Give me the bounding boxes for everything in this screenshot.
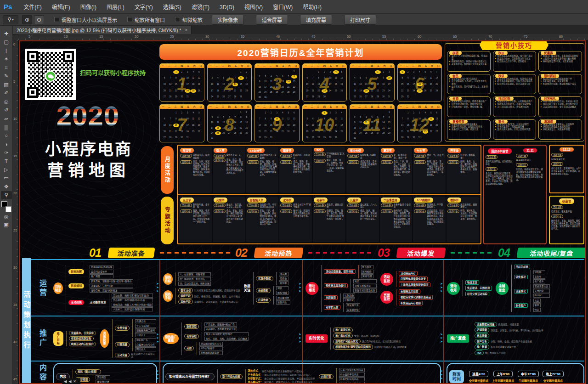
resize-window-checkbox[interactable]: 调整窗口大小以满屏显示 (54, 16, 117, 23)
scrubby-zoom-checkbox[interactable]: 细微缩放 (175, 16, 203, 23)
theme-row: 活动主题世界读书日“4.23”好书推荐 (280, 203, 311, 209)
mindmap-branch: 老客群运营朋友圈引流裂变群转化 (324, 303, 377, 312)
scrollbar-left-controls[interactable]: ◀◀✕ (62, 378, 80, 384)
qr-finder-icon (63, 51, 74, 62)
theme-text: 11.11剁手狂欢节 (516, 159, 544, 162)
lasso-tool-icon[interactable]: ∫ (1, 46, 12, 55)
mindmap-branch: 列举数字式：数字命题让人感觉更有真实性，并且更加切实简单 (248, 377, 315, 380)
industry-row: 适用行业保健品、美妆、服饰、珠宝等，家政生活类可以营造“给妈妈的一份礼物”。 (314, 209, 345, 220)
mindmap-note: 裂变活动/个人号裂变玩法 (131, 352, 157, 358)
vertical-ruler[interactable]: 051015202530354045 (13, 40, 18, 384)
color-swatches[interactable] (1, 201, 11, 212)
mindmap-branch: 内容排期活动预告种草/倒计时 (75, 375, 110, 384)
marquee-tool-icon[interactable]: ▢ (1, 38, 12, 47)
zoom-all-windows-checkbox[interactable]: 缩放所有窗口 (127, 16, 165, 23)
menu-item[interactable]: 文字(Y) (130, 2, 158, 12)
mindmap-table: 访问量预估新客户数 (276, 296, 290, 305)
tab-close-icon[interactable]: × (185, 28, 187, 33)
shape-tool-icon[interactable]: ▭ (1, 174, 12, 183)
calendar-day: 12 (339, 76, 345, 80)
menu-item[interactable]: 滤镜(T) (187, 2, 215, 12)
actual-pixels-button[interactable]: 实际像素 (212, 15, 244, 25)
calendar-day: 28 (400, 136, 406, 140)
calendar-day: 27 (363, 95, 369, 99)
menu-item[interactable]: 3D(D) (215, 2, 239, 12)
mindmap-children: 渠道流量占比支付转化PV/UV (531, 284, 550, 298)
industry-row: 适用行业美妆、个护、食品、服饰等，抓住情侣回礼场景，推出“送TA最好的”，设置多… (247, 209, 278, 226)
menu-item[interactable]: 视图(V) (239, 2, 268, 12)
document-tab[interactable]: 2020小程序电商营销地图.jpg @ 12.5% (扫码可以获得小程序扶持, … (13, 26, 192, 34)
screen-mode-icon[interactable]: ▣ (1, 221, 12, 230)
pen-tool-icon[interactable]: ✑ (1, 148, 12, 157)
print-size-button[interactable]: 打印尺寸 (344, 15, 376, 25)
menu-item[interactable]: 文件(F) (18, 2, 46, 12)
blur-tool-icon[interactable]: ○ (1, 131, 12, 140)
tip-label: 问答有礼 (541, 96, 559, 101)
promo-title: 11.11 (523, 148, 537, 152)
brush-tool-icon[interactable]: ✐ (1, 89, 12, 98)
calendar-day: 9 (411, 117, 417, 121)
weekday-label: 日 (437, 106, 440, 108)
fit-screen-button[interactable]: 适合屏幕 (256, 15, 288, 25)
history-brush-tool-icon[interactable]: ↺ (1, 106, 12, 115)
mindmap-children: 朋友圈广告自媒体公众号合作网红达人 (132, 338, 156, 351)
ruler-mark: 10 (13, 117, 17, 121)
background-color-swatch[interactable] (6, 206, 11, 212)
calendar-day: 27 (280, 90, 286, 94)
gradient-tool-icon[interactable]: ▒ (1, 123, 12, 132)
table-row: 客服专属页面及社群 (353, 288, 377, 293)
menu-item[interactable]: 窗口(W) (268, 2, 298, 12)
crop-tool-icon[interactable]: ⌗ (1, 63, 12, 72)
calendar-day: 25 (268, 90, 274, 94)
healing-brush-tool-icon[interactable]: ▧ (1, 80, 12, 89)
horizontal-ruler[interactable]: 5101520253035404550556065707580 (18, 34, 588, 40)
quick-mask-icon[interactable]: ◎ (1, 212, 12, 221)
calendar-day: 20 (226, 89, 232, 93)
eraser-tool-icon[interactable]: ▱ (1, 114, 12, 123)
calendar-day: 28 (168, 136, 174, 140)
mindmap-node: 销售情况 (514, 275, 528, 279)
clone-stamp-tool-icon[interactable]: ⎙ (1, 97, 12, 106)
path-selection-tool-icon[interactable]: ▷ (1, 165, 12, 174)
menu-item[interactable]: 选择(S) (158, 2, 187, 12)
calendar-day: 7 (232, 76, 238, 80)
empty-day (226, 111, 232, 114)
zoom-out-button[interactable]: ⊖ (34, 15, 44, 24)
calendar-day: 22 (238, 126, 244, 130)
weekday-label: 四 (181, 65, 183, 67)
table-row: 朋友圈社群矩阵大号 (199, 342, 223, 346)
scroll-glyph-icon[interactable]: ◀ (68, 379, 71, 384)
menu-item[interactable]: 图层(L) (102, 2, 130, 12)
theme-row: 活动主题白色情人节，不可错过的浪漫回礼 (247, 203, 278, 209)
theme-text: 狂暑热卖，818暑期购物节 (427, 203, 445, 209)
menu-item[interactable]: 编辑(E) (47, 2, 75, 12)
menu-item[interactable]: 图像(I) (75, 2, 102, 12)
scroll-glyph-icon[interactable]: ✕ (73, 379, 76, 384)
hand-tool-icon[interactable]: ✥ (1, 182, 12, 191)
zoom-tool-icon[interactable]: ⚲ (1, 191, 12, 200)
mindmap-branch: 热点翻转式：围绕热点、紧跟打动人心，让人不自觉产生关注 (248, 381, 315, 384)
eyedropper-tool-icon[interactable]: ✎ (1, 72, 12, 81)
mindmap-branch: 店铺会员个人号&社群朋友圈海报二维码公司员工 (135, 319, 156, 337)
zoom-in-button[interactable]: ⊕ (22, 15, 32, 24)
scroll-glyph-icon[interactable]: ◀ (64, 379, 67, 384)
mindmap-node: 热点翻转式： (248, 381, 263, 384)
mindmap-branch: 商品流量 (475, 333, 543, 338)
magic-wand-tool-icon[interactable]: ✶ (1, 55, 12, 64)
document-canvas[interactable]: 扫码可以获得小程序扶持 2020 小程序电商 营销地图 2020营销日历&全年营… (18, 40, 588, 384)
calendar-day: 25 (280, 130, 286, 134)
zoom-tool-preset[interactable]: ⚲ ▾ (3, 15, 18, 24)
calendar-day: 8 (173, 76, 179, 80)
calendar-day: 21 (232, 89, 238, 93)
fill-screen-button[interactable]: 填充屏幕 (300, 15, 332, 25)
calendar-day: 14 (257, 124, 263, 127)
type-tool-icon[interactable]: T (1, 157, 12, 166)
weekday-label: 一 (400, 65, 402, 67)
dodge-tool-icon[interactable]: ◑ (1, 140, 12, 149)
menu-item[interactable]: 帮助(H) (298, 2, 327, 12)
move-tool-icon[interactable]: ✚ (1, 29, 12, 38)
tag-theme: 活动主题 (447, 203, 459, 207)
calendar-day: 6 (310, 117, 316, 121)
tag-industry: 适用行业 (314, 159, 326, 163)
empty-day (209, 70, 215, 74)
